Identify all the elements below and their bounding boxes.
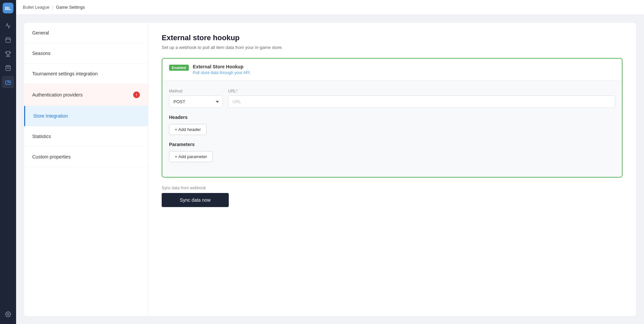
add-header-button[interactable]: + Add header: [169, 124, 207, 135]
sidebar-item-seasons[interactable]: Seasons: [24, 43, 148, 64]
webhook-card-header: Enabled External Store Hookup Pull store…: [162, 59, 622, 81]
url-input[interactable]: [228, 95, 615, 108]
headers-title: Headers: [169, 115, 615, 120]
add-parameter-button[interactable]: + Add parameter: [169, 151, 213, 162]
url-group: URL*: [228, 89, 615, 108]
webhook-card: Enabled External Store Hookup Pull store…: [162, 58, 623, 178]
parameters-title: Parameters: [169, 142, 615, 147]
sidebar-item-general[interactable]: General: [24, 23, 148, 43]
svg-point-9: [7, 314, 9, 315]
sidebar-item-auth[interactable]: Authentication providers !: [24, 84, 148, 106]
webhook-card-body: Method POST GET PUT PATCH URL*: [162, 81, 622, 177]
page-name: Game Settings: [56, 5, 85, 10]
sidebar-item-statistics[interactable]: Statistics: [24, 126, 148, 147]
method-select[interactable]: POST GET PUT PATCH: [169, 95, 223, 108]
svg-rect-2: [6, 38, 10, 43]
app-logo: BL: [3, 3, 13, 13]
sync-now-button[interactable]: Sync data now: [162, 193, 229, 207]
analytics-icon[interactable]: [2, 20, 14, 32]
headers-section: Headers + Add header: [169, 115, 615, 135]
method-label: Method: [169, 89, 223, 93]
calendar-icon[interactable]: [2, 34, 14, 46]
settings-bottom-icon[interactable]: [2, 308, 14, 320]
settings-content: External store hookup Set up a webhook t…: [148, 23, 636, 316]
settings-menu: General Seasons Tournament settings inte…: [24, 23, 148, 316]
gamepad-icon[interactable]: [2, 76, 14, 88]
svg-point-8: [9, 82, 9, 82]
url-label: URL*: [228, 89, 615, 93]
method-group: Method POST GET PUT PATCH: [169, 89, 223, 108]
sync-section: Sync data from webhook Sync data now: [162, 186, 623, 207]
method-url-row: Method POST GET PUT PATCH URL*: [169, 89, 615, 108]
page-subtitle: Set up a webhook to pull all item data f…: [162, 45, 623, 50]
enabled-badge: Enabled: [169, 65, 189, 71]
svg-text:BL: BL: [5, 6, 11, 11]
auth-alert-badge: !: [133, 91, 140, 98]
topbar: Bullet League | Game Settings: [16, 0, 644, 15]
trophy-icon[interactable]: [2, 48, 14, 60]
app-name: Bullet League: [23, 5, 50, 10]
webhook-card-description: Pull store data through your API.: [193, 70, 251, 75]
store-icon[interactable]: [2, 62, 14, 74]
sidebar-item-custom[interactable]: Custom properties: [24, 147, 148, 167]
content-area: General Seasons Tournament settings inte…: [16, 15, 644, 324]
sidebar-item-store[interactable]: Store Integration: [24, 106, 148, 126]
webhook-card-title: External Store Hookup: [193, 64, 251, 69]
sidebar-nav: BL: [0, 0, 16, 324]
settings-panel: General Seasons Tournament settings inte…: [24, 23, 636, 316]
page-title: External store hookup: [162, 34, 623, 42]
sidebar-item-tournament[interactable]: Tournament settings integration: [24, 64, 148, 84]
parameters-section: Parameters + Add parameter: [169, 142, 615, 162]
topbar-separator: |: [52, 5, 53, 10]
sync-label: Sync data from webhook: [162, 186, 623, 190]
